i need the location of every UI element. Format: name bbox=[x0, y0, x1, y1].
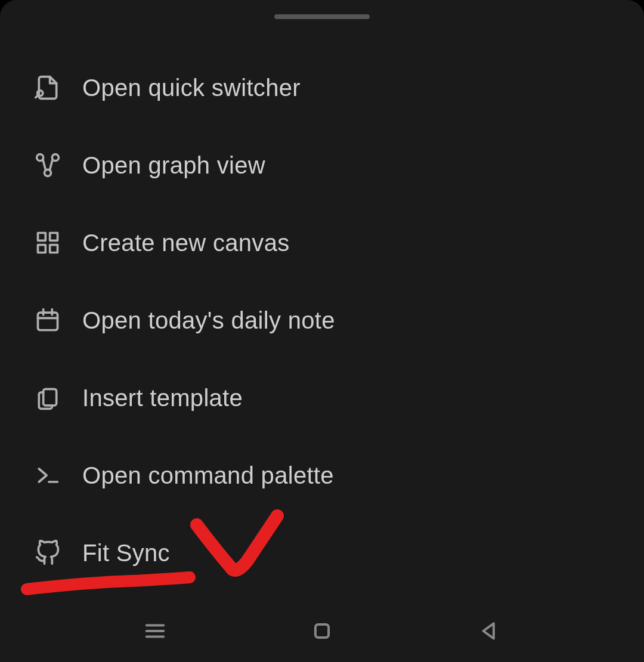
svg-rect-4 bbox=[38, 233, 46, 241]
menu-item-label: Open quick switcher bbox=[82, 75, 301, 101]
recents-button[interactable] bbox=[144, 620, 166, 645]
calendar-icon bbox=[35, 307, 61, 333]
svg-rect-6 bbox=[38, 245, 46, 253]
menu-item-daily-note[interactable]: Open today's daily note bbox=[35, 281, 620, 359]
menu-item-graph-view[interactable]: Open graph view bbox=[35, 126, 620, 204]
file-search-icon bbox=[35, 75, 61, 101]
menu-item-command-palette[interactable]: Open command palette bbox=[35, 437, 620, 514]
svg-rect-5 bbox=[50, 233, 58, 241]
menu-item-fit-sync[interactable]: Fit Sync bbox=[35, 514, 620, 592]
copy-icon bbox=[35, 385, 61, 411]
menu-item-label: Open graph view bbox=[82, 152, 265, 179]
svg-rect-13 bbox=[315, 624, 329, 638]
menu-item-insert-template[interactable]: Insert template bbox=[35, 359, 620, 437]
bottom-sheet: Open quick switcher Open graph view bbox=[0, 0, 644, 662]
graph-icon bbox=[35, 152, 61, 178]
drag-handle[interactable] bbox=[274, 14, 370, 19]
grid-icon bbox=[35, 230, 61, 256]
system-nav-bar bbox=[0, 602, 644, 662]
svg-rect-8 bbox=[38, 313, 58, 330]
menu-item-label: Fit Sync bbox=[82, 540, 170, 567]
menu-list: Open quick switcher Open graph view bbox=[0, 49, 644, 592]
github-icon bbox=[35, 540, 61, 566]
menu-item-new-canvas[interactable]: Create new canvas bbox=[35, 204, 620, 281]
menu-item-label: Open today's daily note bbox=[82, 307, 335, 334]
back-button[interactable] bbox=[478, 620, 500, 645]
home-button[interactable] bbox=[311, 620, 333, 645]
menu-item-label: Open command palette bbox=[82, 462, 334, 489]
menu-item-quick-switcher[interactable]: Open quick switcher bbox=[35, 49, 620, 126]
svg-rect-9 bbox=[44, 389, 57, 406]
terminal-icon bbox=[35, 462, 61, 488]
menu-item-label: Insert template bbox=[82, 385, 243, 412]
menu-item-label: Create new canvas bbox=[82, 230, 290, 256]
svg-rect-7 bbox=[50, 245, 58, 253]
